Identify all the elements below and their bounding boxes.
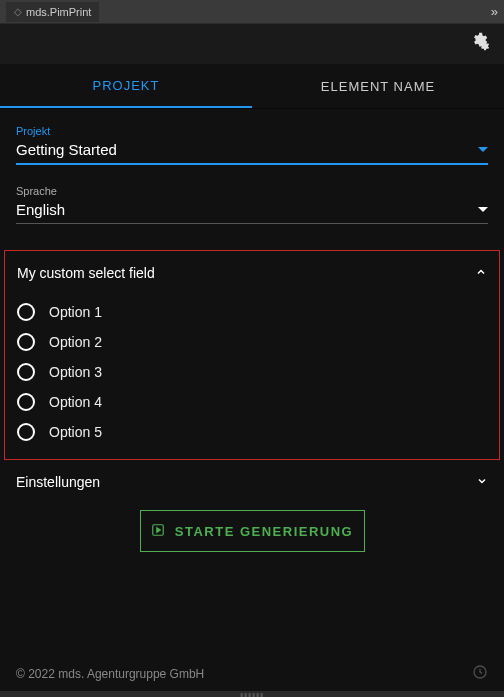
expand-icon[interactable]: »: [491, 4, 498, 19]
radio-icon: [17, 363, 35, 381]
custom-select-title: My custom select field: [17, 265, 155, 281]
play-icon: [151, 523, 165, 540]
dropdown-icon: [478, 147, 488, 152]
project-field: Projekt Getting Started: [16, 125, 488, 165]
resize-grip[interactable]: ▮▮▮▮▮▮: [0, 691, 504, 697]
language-field: Sprache English: [16, 185, 488, 224]
radio-option-1[interactable]: Option 1: [17, 303, 487, 321]
radio-icon: [17, 423, 35, 441]
radio-list: Option 1 Option 2 Option 3 Option 4 Opti…: [17, 303, 487, 441]
radio-option-3[interactable]: Option 3: [17, 363, 487, 381]
radio-option-5[interactable]: Option 5: [17, 423, 487, 441]
radio-icon: [17, 393, 35, 411]
radio-option-4[interactable]: Option 4: [17, 393, 487, 411]
language-label: Sprache: [16, 185, 488, 197]
settings-header[interactable]: Einstellungen: [16, 472, 488, 492]
window-header: ◇ mds.PimPrint »: [0, 0, 504, 24]
generate-label: STARTE GENERIERUNG: [175, 524, 353, 539]
project-select[interactable]: Getting Started: [16, 141, 488, 165]
tab-projekt[interactable]: PROJEKT: [0, 64, 252, 108]
chevron-down-icon: [476, 474, 488, 490]
radio-icon: [17, 303, 35, 321]
language-select[interactable]: English: [16, 201, 488, 224]
form-section: Projekt Getting Started Sprache English: [0, 109, 504, 250]
copyright: © 2022 mds. Agenturgruppe GmbH: [16, 667, 204, 681]
panel-content: PROJEKT ELEMENT NAME Projekt Getting Sta…: [0, 24, 504, 697]
radio-option-2[interactable]: Option 2: [17, 333, 487, 351]
language-value: English: [16, 201, 65, 218]
dropdown-icon: [478, 207, 488, 212]
clock-icon[interactable]: [472, 664, 488, 683]
project-label: Projekt: [16, 125, 488, 137]
generate-button[interactable]: STARTE GENERIERUNG: [140, 510, 365, 552]
settings-label: Einstellungen: [16, 474, 100, 490]
drag-handle-icon: ◇: [14, 6, 22, 17]
project-value: Getting Started: [16, 141, 117, 158]
custom-select-section: My custom select field Option 1 Option 2…: [4, 250, 500, 460]
toolbar: [0, 24, 504, 64]
panel-title: mds.PimPrint: [26, 6, 91, 18]
radio-icon: [17, 333, 35, 351]
grip-icon: ▮▮▮▮▮▮: [240, 691, 264, 698]
chevron-up-icon: [475, 265, 487, 281]
panel-tab[interactable]: ◇ mds.PimPrint: [6, 2, 99, 22]
custom-select-header[interactable]: My custom select field: [17, 265, 487, 281]
settings-gears-icon[interactable]: [468, 31, 490, 57]
footer: © 2022 mds. Agenturgruppe GmbH: [0, 652, 504, 691]
tab-element-name[interactable]: ELEMENT NAME: [252, 64, 504, 108]
main-tabs: PROJEKT ELEMENT NAME: [0, 64, 504, 109]
